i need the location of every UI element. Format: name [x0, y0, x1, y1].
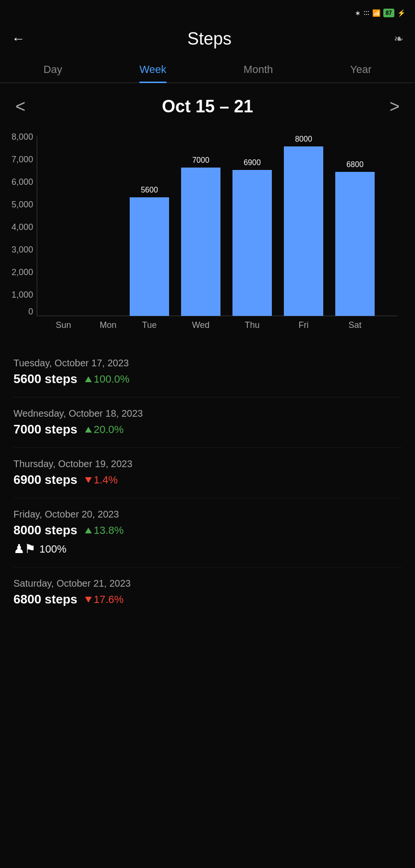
- page-title: Steps: [187, 29, 232, 49]
- svg-text:8000: 8000: [295, 135, 312, 143]
- charging-icon: ⚡: [397, 9, 405, 17]
- status-bar: ∗ ∶∶∶ 📶 87 ⚡: [0, 0, 415, 24]
- svg-text:5600: 5600: [141, 186, 158, 194]
- period-title: Oct 15 – 21: [162, 96, 253, 117]
- svg-text:1,000: 1,000: [12, 290, 33, 300]
- stat-steps-friday: 8000 steps: [13, 523, 77, 538]
- next-period-button[interactable]: >: [390, 96, 400, 117]
- bar-fri: [284, 146, 323, 316]
- stats-list: Tuesday, October 17, 2023 5600 steps 100…: [0, 338, 415, 627]
- svg-text:8,000: 8,000: [12, 132, 33, 142]
- svg-text:7,000: 7,000: [12, 155, 33, 164]
- battery-indicator: 87: [383, 9, 394, 17]
- stat-change-tuesday: 100.0%: [85, 373, 130, 386]
- bluetooth-icon: ∗: [355, 9, 361, 17]
- stat-value-row-thursday: 6900 steps 1.4%: [13, 472, 402, 487]
- svg-text:7000: 7000: [192, 156, 209, 164]
- stat-item-wednesday: Wednesday, October 18, 2023 7000 steps 2…: [13, 398, 402, 448]
- arrow-up-icon: [85, 427, 92, 433]
- stat-item-saturday: Saturday, October 21, 2023 6800 steps 17…: [13, 567, 402, 617]
- stat-value-row-friday: 8000 steps 13.8%: [13, 523, 402, 538]
- stat-date-thursday: Thursday, October 19, 2023: [13, 458, 402, 470]
- svg-text:6800: 6800: [346, 160, 364, 169]
- stat-date-saturday: Saturday, October 21, 2023: [13, 578, 402, 589]
- goal-row-friday: ♟⚑ 100%: [13, 542, 402, 556]
- svg-text:6,000: 6,000: [12, 177, 33, 187]
- arrow-up-icon: [85, 376, 92, 382]
- svg-text:3,000: 3,000: [12, 245, 33, 254]
- back-button[interactable]: ←: [12, 31, 25, 47]
- svg-text:Fri: Fri: [299, 320, 309, 330]
- period-navigator: < Oct 15 – 21 >: [0, 83, 415, 126]
- tabs-bar: Day Week Month Year: [0, 57, 415, 83]
- tab-day[interactable]: Day: [34, 57, 72, 83]
- stat-date-wednesday: Wednesday, October 18, 2023: [13, 408, 402, 419]
- bar-tue: [130, 197, 169, 316]
- stat-steps-tuesday: 5600 steps: [13, 372, 77, 386]
- bar-thu: [232, 170, 272, 316]
- wifi-icon: 📶: [372, 9, 380, 17]
- stat-value-row-saturday: 6800 steps 17.6%: [13, 592, 402, 607]
- chart-container: 8,000 7,000 6,000 5,000 4,000 3,000 2,00…: [0, 126, 415, 338]
- stat-change-wednesday: 20.0%: [85, 423, 123, 436]
- bar-sat: [335, 172, 375, 316]
- stat-change-thursday: 1.4%: [85, 474, 118, 486]
- stat-change-friday: 13.8%: [85, 524, 123, 537]
- svg-text:2,000: 2,000: [12, 267, 33, 277]
- signal-icon: ∶∶∶: [364, 9, 369, 17]
- prev-period-button[interactable]: <: [15, 96, 25, 117]
- goal-icon: ♟⚑: [13, 542, 36, 556]
- svg-text:Wed: Wed: [192, 320, 210, 330]
- bar-wed: [181, 168, 220, 316]
- stat-date-tuesday: Tuesday, October 17, 2023: [13, 358, 402, 369]
- stat-change-saturday: 17.6%: [85, 593, 123, 606]
- svg-text:Tue: Tue: [142, 320, 157, 330]
- svg-text:Mon: Mon: [99, 320, 116, 330]
- svg-text:Sun: Sun: [56, 320, 71, 330]
- stat-item-thursday: Thursday, October 19, 2023 6900 steps 1.…: [13, 448, 402, 498]
- stat-item-tuesday: Tuesday, October 17, 2023 5600 steps 100…: [13, 347, 402, 398]
- tab-year[interactable]: Year: [341, 57, 381, 83]
- arrow-down-icon: [85, 477, 92, 483]
- svg-text:5,000: 5,000: [12, 200, 33, 209]
- arrow-up-icon: [85, 528, 92, 533]
- goal-value: 100%: [39, 543, 66, 555]
- bar-chart: 8,000 7,000 6,000 5,000 4,000 3,000 2,00…: [5, 131, 405, 333]
- stat-value-row-tuesday: 5600 steps 100.0%: [13, 372, 402, 386]
- share-button[interactable]: ❧: [394, 32, 403, 46]
- arrow-down-icon: [85, 597, 92, 603]
- tab-month[interactable]: Month: [234, 57, 282, 83]
- stat-steps-saturday: 6800 steps: [13, 592, 77, 607]
- stat-value-row-wednesday: 7000 steps 20.0%: [13, 422, 402, 437]
- svg-text:Thu: Thu: [244, 320, 259, 330]
- svg-text:0: 0: [28, 307, 33, 316]
- svg-text:6900: 6900: [244, 158, 261, 167]
- stat-item-friday: Friday, October 20, 2023 8000 steps 13.8…: [13, 498, 402, 567]
- stat-steps-wednesday: 7000 steps: [13, 422, 77, 437]
- header: ← Steps ❧: [0, 24, 415, 57]
- stat-date-friday: Friday, October 20, 2023: [13, 509, 402, 520]
- tab-week[interactable]: Week: [130, 57, 176, 83]
- stat-steps-thursday: 6900 steps: [13, 472, 77, 487]
- svg-text:Sat: Sat: [348, 320, 361, 330]
- status-icons: ∗ ∶∶∶ 📶 87 ⚡: [355, 9, 405, 17]
- chart-svg: 8,000 7,000 6,000 5,000 4,000 3,000 2,00…: [5, 131, 405, 333]
- svg-text:4,000: 4,000: [12, 222, 33, 232]
